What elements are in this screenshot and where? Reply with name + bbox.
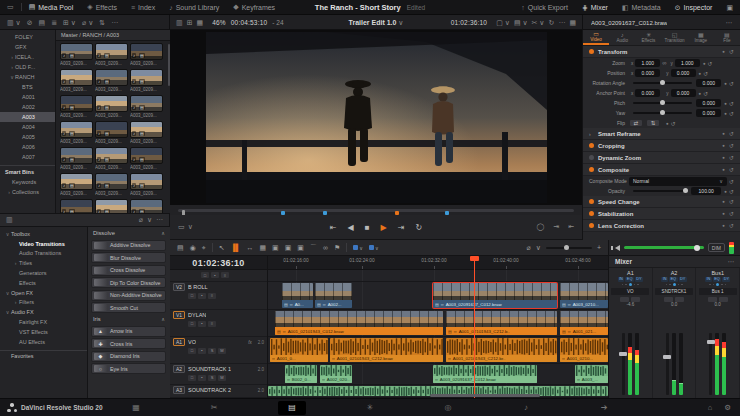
section-enable-toggle[interactable] <box>589 143 594 148</box>
jog-marker[interactable] <box>445 211 449 215</box>
topbar-index-button[interactable]: ≡Index <box>124 0 162 14</box>
viewer-icon[interactable]: ▥ <box>176 19 183 26</box>
stop-button[interactable]: ■ <box>365 223 370 232</box>
jog-marker[interactable] <box>395 211 399 215</box>
transition-item-cross-iris[interactable]: ✚Cross Iris <box>91 338 166 349</box>
timeline-clip[interactable]: ▤∞A003_02091637_C012.braw <box>433 283 557 308</box>
section-enable-toggle[interactable] <box>589 211 594 216</box>
bin-item-oldf[interactable]: ›OLD F... <box>0 62 55 72</box>
timeline-clip[interactable]: ▤∞A001_02101943_C212.b.. <box>446 311 557 335</box>
reset-icon[interactable]: ↺ <box>729 110 734 117</box>
effects-nav-vst-effects[interactable]: VST Effects <box>0 327 87 337</box>
slider-track[interactable] <box>633 102 692 104</box>
section-enable-toggle[interactable] <box>589 49 594 54</box>
topbar-keyframes-button[interactable]: ◆Keyframes <box>226 0 282 14</box>
track-badge[interactable]: A1 <box>173 338 185 346</box>
bin-item-a005[interactable]: A005 <box>0 132 55 142</box>
track-badge[interactable]: V2 <box>173 283 185 291</box>
inspector-section-cropping[interactable]: Cropping●↺ <box>583 140 740 152</box>
viewer-icon[interactable]: ▦ <box>197 19 204 26</box>
footer-icon[interactable]: ⚙ <box>724 403 731 412</box>
zoom-icon[interactable]: ⌀ <box>527 244 531 252</box>
fader-track[interactable] <box>666 333 669 395</box>
edit-tool-icon[interactable]: ▣ <box>285 244 292 252</box>
keyframe-icon[interactable]: ● <box>666 121 669 126</box>
inspector-tab-effects[interactable]: ✳Effects <box>635 30 661 45</box>
collapse-icon[interactable]: ∧ <box>161 230 165 236</box>
reset-icon[interactable]: ↺ <box>729 166 734 173</box>
inspector-section-dynamic-zoom[interactable]: Dynamic Zoom●↺ <box>583 152 740 164</box>
mixer-strip-a1[interactable]: A1INEQDYVO-4.6 <box>609 268 653 398</box>
timeline-clip[interactable]: ▤∞A001_02101943_C012.braw <box>275 311 443 335</box>
bin-item-bts[interactable]: BTS <box>0 82 55 92</box>
track-solo-button[interactable]: S <box>208 348 216 354</box>
page-edit[interactable]: ▤ <box>278 401 306 415</box>
reset-icon[interactable]: ↺ <box>729 130 734 137</box>
mixer-strip-bus1[interactable]: Bus1INEQDYBus 10.0 <box>696 268 740 398</box>
media-clip-thumbnail[interactable]: ♪▤A003_0209... <box>130 173 163 196</box>
keyframe-icon[interactable]: ● <box>703 61 706 66</box>
reset-icon[interactable]: ↺ <box>703 70 708 77</box>
pan-control[interactable] <box>709 282 726 287</box>
viewer-icon[interactable]: ▦ <box>569 19 576 26</box>
inspector-section-lens-correction[interactable]: Lens Correction●↺ <box>583 220 740 232</box>
keyframe-icon[interactable]: ● <box>722 211 725 216</box>
section-enable-toggle[interactable] <box>589 167 594 172</box>
media-clip-thumbnail[interactable]: ♪▤A003_0209... <box>60 69 93 92</box>
inspector-section-speed-change[interactable]: Speed Change●↺ <box>583 196 740 208</box>
chevron-down-icon[interactable]: ∨ <box>147 216 152 224</box>
track-autoselect-icon[interactable]: ▪ <box>198 348 206 354</box>
inspector-section-transform[interactable]: Transform●↺ <box>583 46 740 58</box>
media-clip-thumbnail[interactable]: ♪▤A003_0209... <box>60 43 93 66</box>
timeline-clip[interactable]: ▤∞A003_0210... <box>560 283 608 308</box>
track-mute-button[interactable]: M <box>218 375 226 381</box>
keyframe-icon[interactable]: ● <box>722 167 725 172</box>
track-autoselect-icon[interactable]: ▪ <box>198 375 206 381</box>
viewer-icon[interactable]: ▢ ∨ <box>496 19 510 26</box>
track-autoselect-icon[interactable]: ▪ <box>211 272 219 278</box>
zoom-icon[interactable]: ∨ <box>536 244 541 252</box>
jog-marker[interactable] <box>281 211 285 215</box>
bin-item-foley[interactable]: FOLEY <box>0 32 55 42</box>
bin-item-a002[interactable]: A002 <box>0 102 55 112</box>
topbar-metadata-button[interactable]: ◧Metadata <box>615 0 668 15</box>
speaker-icon[interactable] <box>615 245 620 251</box>
reset-icon[interactable]: ↺ <box>729 100 734 107</box>
slider-track[interactable] <box>633 112 692 114</box>
bin-item-a004[interactable]: A004 <box>0 122 55 132</box>
timeline-clip[interactable]: ∞A001_0210... <box>560 338 608 362</box>
inspector-tab-audio[interactable]: ♪Audio <box>609 30 635 45</box>
media-toolbar-icon[interactable]: ≣ <box>51 19 57 27</box>
media-toolbar-icon[interactable]: ⇅ <box>99 19 105 27</box>
marker-color-dropdown[interactable]: ∨ <box>369 245 379 251</box>
reset-icon[interactable]: ↺ <box>671 120 676 127</box>
viewer-icon[interactable]: ⊞ <box>187 19 193 26</box>
inspector-tab-file[interactable]: ▤File <box>714 30 740 45</box>
viewer-icon[interactable]: ✂ ∨ <box>532 19 545 26</box>
track-lane-a2[interactable]: ∞B002_0...∞A002_020...∞A003_02091637_C01… <box>268 364 608 385</box>
pan-control[interactable] <box>666 282 683 287</box>
transition-item-diamond-iris[interactable]: ◆Diamond Iris <box>91 351 166 362</box>
value-field[interactable]: 0.000 <box>696 79 721 87</box>
track-autoselect-icon[interactable]: ▪ <box>198 321 206 327</box>
go-to-start-button[interactable]: ⇤ <box>330 223 337 232</box>
viewer-icon[interactable]: ↻ <box>549 19 555 26</box>
effects-nav-audio-fx[interactable]: ∨Audio FX <box>0 307 87 317</box>
transport-extra-icon[interactable]: ⇤ <box>568 223 574 231</box>
page-cut[interactable]: ✂ <box>200 401 228 415</box>
media-clip-thumbnail[interactable]: ♪▤A003_0209... <box>130 147 163 170</box>
slider-track[interactable] <box>633 82 692 84</box>
reset-icon[interactable]: ↺ <box>729 142 734 149</box>
keyframe-icon[interactable]: ● <box>724 101 727 106</box>
effects-nav-filters[interactable]: ›Filters <box>0 298 87 308</box>
viewer-mode-dropdown[interactable]: ▭∨ <box>178 223 193 231</box>
timeline-clip[interactable]: ▤∞A0... <box>282 283 313 308</box>
track-lock-icon[interactable]: □ <box>188 375 196 381</box>
media-toolbar-icon[interactable]: ▤ <box>39 19 46 27</box>
topbar-quick-export-button[interactable]: ↑Quick Export <box>514 0 575 15</box>
track-badge[interactable]: A2 <box>173 365 185 373</box>
mixer-options-icon[interactable]: ⋯ <box>728 258 735 266</box>
media-toolbar-icon[interactable]: ⋯ <box>111 19 118 27</box>
media-clip-thumbnail[interactable]: ♪▤A003_0209... <box>60 199 93 213</box>
loop-button[interactable]: ↻ <box>415 223 422 232</box>
